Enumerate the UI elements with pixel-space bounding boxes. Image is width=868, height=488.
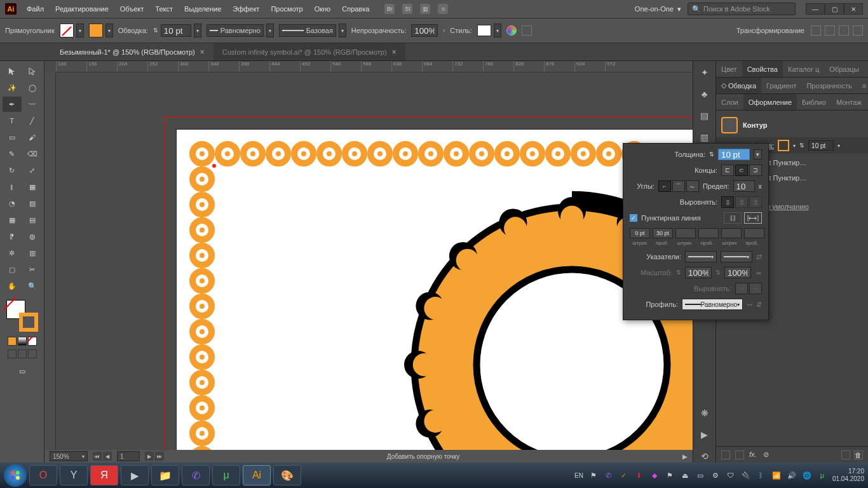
blend-tool[interactable]: ◍ [23, 229, 42, 244]
tray-usb-icon[interactable]: ⏏ [680, 470, 690, 480]
tray-screen-icon[interactable]: ▭ [695, 470, 705, 480]
swap-arrows-icon[interactable]: ⇄ [756, 253, 762, 261]
window-maximize[interactable]: ▢ [825, 3, 844, 15]
close-icon[interactable]: × [392, 48, 397, 57]
eraser-tool[interactable]: ⌫ [23, 146, 42, 161]
tab-artboards[interactable]: Монтаж [831, 94, 867, 110]
new-fill-icon[interactable] [721, 451, 730, 459]
tray-power-icon[interactable]: 🔌 [741, 470, 751, 480]
bridge-icon[interactable]: Br [384, 4, 395, 14]
tab-layers[interactable]: Слои [716, 94, 743, 110]
zoom-tool[interactable]: 🔍 [23, 278, 42, 294]
tray-action-icon[interactable]: ⚑ [665, 470, 675, 480]
taskbar-paint[interactable]: 🎨 [273, 465, 301, 485]
pen-tool[interactable]: ✒ [3, 97, 22, 112]
draw-inside-icon[interactable] [28, 349, 37, 358]
stroke-weight-field[interactable]: ⇅ ▾ [153, 24, 201, 37]
stroke-weight-input[interactable] [161, 24, 191, 37]
tray-flag-icon[interactable]: ⚑ [588, 470, 599, 480]
gap-3[interactable] [744, 228, 764, 238]
preserve-dash-icon[interactable]: ⟦⟧ [724, 212, 742, 224]
stroke-color-swatch[interactable] [778, 140, 789, 151]
cap-projecting[interactable]: ⊐ [749, 165, 762, 176]
page-number[interactable]: 1 [117, 451, 140, 461]
menu-help[interactable]: Справка [337, 3, 374, 15]
chevron-down-icon[interactable]: ▾ [754, 149, 762, 159]
taskbar-utorrent[interactable]: μ [212, 465, 240, 485]
tab-properties[interactable]: Свойства [742, 61, 783, 77]
profile-dropdown[interactable]: Равномерно ▾ [682, 299, 743, 310]
stroke-control[interactable]: ▾ [89, 24, 113, 37]
fx-icon[interactable]: fx. [749, 451, 758, 459]
menu-text[interactable]: Текст [150, 3, 178, 15]
mesh-tool[interactable]: ▦ [3, 212, 22, 227]
gpu-icon[interactable]: ⎋ [438, 4, 448, 14]
chevron-right-icon[interactable]: › [443, 27, 445, 34]
tab-transparency[interactable]: Прозрачность [801, 78, 857, 93]
hand-tool[interactable]: ✋ [3, 278, 22, 294]
tab-color-guide[interactable]: Каталог ц [783, 61, 824, 77]
draw-behind-icon[interactable] [18, 349, 27, 358]
miter-limit-input[interactable] [733, 180, 755, 192]
chevron-down-icon[interactable]: ▾ [793, 143, 796, 149]
scale-tool[interactable]: ⤢ [23, 163, 42, 178]
slice-tool[interactable]: ✂ [23, 262, 42, 277]
tray-net-icon[interactable]: 🌐 [802, 470, 812, 480]
properties-icon[interactable]: ✦ [698, 66, 711, 79]
clear-icon[interactable]: ⊘ [763, 451, 772, 459]
doc-tab-inactive[interactable]: Custom infinity symbol.ai* @ 150% (RGB/П… [214, 43, 405, 60]
artboards-icon[interactable]: ▥ [698, 131, 711, 144]
direct-selection-tool[interactable] [23, 64, 42, 79]
arrange-icon[interactable]: ▥ [420, 4, 430, 14]
rectangle-tool[interactable]: ▭ [3, 130, 22, 145]
libraries-icon[interactable]: ♣ [698, 88, 711, 100]
gradient-tool[interactable]: ▤ [23, 212, 42, 227]
menu-effect[interactable]: Эффект [227, 3, 264, 15]
tray-app-icon[interactable]: ◆ [649, 470, 660, 480]
taskbar-illustrator[interactable]: Ai [243, 465, 271, 485]
menu-file[interactable]: Файл [22, 3, 49, 15]
eyedropper-tool[interactable]: ⁋ [3, 229, 22, 244]
perspective-tool[interactable]: ▨ [23, 196, 42, 211]
dash-3[interactable] [721, 228, 742, 238]
taskbar-viber[interactable]: ✆ [182, 465, 210, 485]
align-pixel-icon[interactable] [839, 25, 849, 36]
more-icon[interactable] [853, 25, 863, 36]
cap-round[interactable]: ⊂ [735, 165, 748, 176]
align-icon[interactable] [522, 25, 532, 36]
style-control[interactable]: ▾ [477, 24, 501, 37]
tray-utorrent-icon[interactable]: μ [817, 470, 827, 480]
align-dash-icon[interactable]: [⟷] [744, 212, 762, 224]
profile-uniform[interactable]: Равномерно ▾ [207, 24, 274, 37]
window-close[interactable]: ✕ [844, 3, 863, 15]
shaper-tool[interactable]: ✎ [3, 146, 22, 161]
gap-2[interactable] [698, 228, 719, 238]
artboard-tool[interactable]: ▢ [3, 262, 22, 277]
menu-edit[interactable]: Редактирование [50, 3, 114, 15]
tab-libraries[interactable]: Библио [797, 94, 831, 110]
actions-icon[interactable]: ▶ [698, 428, 711, 441]
tray-viber-icon[interactable]: ✆ [604, 470, 614, 480]
screen-mode-icon[interactable]: ▭ [13, 363, 32, 379]
fill-stroke-swatch[interactable] [6, 300, 38, 332]
curvature-tool[interactable]: 〰 [23, 97, 42, 112]
gradient-mode-icon[interactable] [18, 337, 27, 346]
panel-menu-icon[interactable]: ≡ [857, 78, 868, 93]
tab-gradient[interactable]: Градиент [761, 78, 801, 93]
tray-bt-icon[interactable]: ᛒ [756, 470, 766, 480]
magic-wand-tool[interactable]: ✨ [3, 80, 22, 95]
doc-tab-active[interactable]: Безымянный-1* @ 150% (RGB/Просмотр) × [51, 43, 214, 60]
type-tool[interactable]: T [3, 113, 22, 128]
next-page-icon[interactable]: ▶ [145, 452, 154, 461]
tray-torrent-icon[interactable]: ⬇ [634, 470, 644, 480]
gap-1[interactable] [653, 228, 673, 238]
tab-color[interactable]: Цвет [716, 61, 742, 77]
stroke-weight-input[interactable] [718, 149, 750, 160]
layers-icon[interactable]: ▤ [698, 109, 711, 122]
join-bevel[interactable]: ⌙ [686, 180, 699, 192]
opacity-input[interactable] [411, 24, 438, 37]
window-minimize[interactable]: — [806, 3, 825, 15]
duplicate-icon[interactable] [841, 451, 850, 459]
join-miter[interactable]: ⌐ [658, 180, 671, 192]
none-mode-icon[interactable] [28, 337, 37, 346]
